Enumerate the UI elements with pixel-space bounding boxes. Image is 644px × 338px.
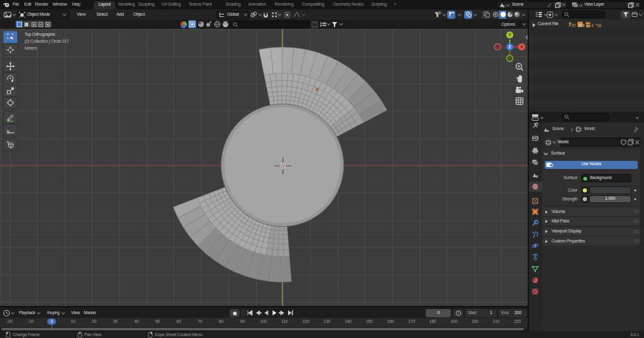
svg-text:X: X [520, 45, 523, 49]
svg-text:Z: Z [508, 45, 511, 49]
svg-text:Y: Y [508, 33, 511, 37]
